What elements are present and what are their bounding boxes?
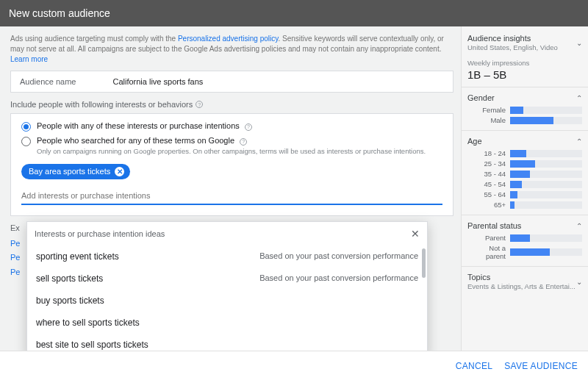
parental-section[interactable]: Parental status ⌃ xyxy=(467,220,582,232)
bar-label: 25 - 34 xyxy=(467,159,506,168)
policy-notice: Ads using audience targeting must comply… xyxy=(10,34,453,65)
bar-track xyxy=(510,234,582,242)
suggestions-dropdown: Interests or purchase intention ideas ✕ … xyxy=(26,221,428,351)
bar-fill xyxy=(510,117,553,124)
bar-track xyxy=(510,171,582,178)
bar-label: 35 - 44 xyxy=(467,170,506,178)
bar-label: 18 - 24 xyxy=(467,149,506,157)
bar-label: 45 - 54 xyxy=(467,180,506,188)
save-audience-button[interactable]: SAVE AUDIENCE xyxy=(504,361,578,371)
policy-link[interactable]: Personalized advertising policy xyxy=(178,35,279,43)
bar-track xyxy=(510,248,582,256)
impressions-value: 1B – 5B xyxy=(467,68,582,81)
chevron-down-icon: ⌄ xyxy=(576,39,582,47)
audience-name-label: Audience name xyxy=(20,77,76,86)
bar-track xyxy=(510,150,582,157)
bar-label: Female xyxy=(467,106,506,114)
suggestion-item[interactable]: where to sell sports tickets xyxy=(27,312,427,334)
bar-row: 55 - 64 xyxy=(467,190,582,198)
help-icon[interactable]: ? xyxy=(245,123,252,131)
suggestion-item[interactable]: sell sports ticketsBased on your past co… xyxy=(27,268,427,290)
bar-fill xyxy=(510,107,523,114)
chevron-down-icon: ⌄ xyxy=(576,278,582,286)
scrollbar-thumb[interactable] xyxy=(422,248,426,278)
dialog-footer: CANCEL SAVE AUDIENCE xyxy=(0,351,588,380)
include-section-label: Include people with following interests … xyxy=(10,100,453,109)
dialog-title: New custom audience xyxy=(9,7,110,19)
suggestions-title: Interests or purchase intention ideas xyxy=(35,229,165,238)
add-interest-input[interactable] xyxy=(21,191,442,200)
targeting-card: People with any of these interests or pu… xyxy=(10,113,453,216)
help-icon[interactable]: ? xyxy=(196,101,203,108)
age-section[interactable]: Age ⌃ xyxy=(467,135,582,147)
bar-track xyxy=(510,181,582,188)
bar-row: 25 - 34 xyxy=(467,159,582,168)
radio-interests[interactable]: People with any of these interests or pu… xyxy=(21,121,442,132)
insights-sidebar: Audience insights United States, English… xyxy=(461,26,588,351)
bar-fill xyxy=(510,234,530,242)
bar-row: Parent xyxy=(467,234,582,242)
chip-label: Bay area sports tickets xyxy=(29,167,110,176)
help-icon[interactable]: ? xyxy=(240,138,247,146)
add-interest-input-row[interactable] xyxy=(21,188,442,205)
bar-row: 35 - 44 xyxy=(467,170,582,178)
radio-searched[interactable]: People who searched for any of these ter… xyxy=(21,136,442,155)
bar-track xyxy=(510,107,582,114)
bar-row: 18 - 24 xyxy=(467,149,582,157)
radio-icon xyxy=(21,137,31,146)
bar-track xyxy=(510,201,582,209)
bar-row: Male xyxy=(467,116,582,124)
bar-fill xyxy=(510,171,530,178)
bar-label: 55 - 64 xyxy=(467,190,506,198)
bar-track xyxy=(510,160,582,168)
dialog-header: New custom audience xyxy=(0,0,588,26)
bar-fill xyxy=(510,201,514,209)
suggestion-item[interactable]: sporting event ticketsBased on your past… xyxy=(27,245,427,268)
close-icon[interactable]: ✕ xyxy=(411,228,420,240)
bar-row: Female xyxy=(467,106,582,114)
gender-section[interactable]: Gender ⌃ xyxy=(467,92,582,104)
suggestions-list: sporting event ticketsBased on your past… xyxy=(27,245,427,351)
bar-row: Not a parent xyxy=(467,244,582,260)
keyword-chip[interactable]: Bay area sports tickets ✕ xyxy=(21,164,130,179)
bar-fill xyxy=(510,191,517,198)
bar-label: Parent xyxy=(467,234,506,242)
bar-track xyxy=(510,117,582,124)
bar-fill xyxy=(510,181,522,188)
audience-name-card: Audience name California live sports fan… xyxy=(10,71,453,93)
chip-remove-icon[interactable]: ✕ xyxy=(115,167,124,176)
bar-fill xyxy=(510,160,535,168)
chevron-up-icon: ⌃ xyxy=(576,222,582,230)
bar-row: 65+ xyxy=(467,201,582,209)
suggestion-item[interactable]: buy sports tickets xyxy=(27,290,427,312)
learn-more-link[interactable]: Learn more xyxy=(10,55,48,63)
suggestion-item[interactable]: best site to sell sports tickets xyxy=(27,334,427,351)
bar-track xyxy=(510,191,582,198)
chevron-up-icon: ⌃ xyxy=(576,137,582,146)
topics-section[interactable]: Topics Events & Listings, Arts & Enterta… xyxy=(467,271,582,292)
impressions-label: Weekly impressions xyxy=(467,59,582,67)
bar-fill xyxy=(510,248,550,256)
radio-icon xyxy=(21,122,31,132)
audience-name-value[interactable]: California live sports fans xyxy=(112,77,203,86)
bar-row: 45 - 54 xyxy=(467,180,582,188)
main-panel: Ads using audience targeting must comply… xyxy=(0,26,461,351)
insights-header[interactable]: Audience insights United States, English… xyxy=(467,32,582,53)
bar-fill xyxy=(510,150,526,157)
bar-label: Not a parent xyxy=(467,244,506,260)
chevron-up-icon: ⌃ xyxy=(576,94,582,102)
bar-label: 65+ xyxy=(467,201,506,209)
bar-label: Male xyxy=(467,116,506,124)
cancel-button[interactable]: CANCEL xyxy=(456,361,492,371)
